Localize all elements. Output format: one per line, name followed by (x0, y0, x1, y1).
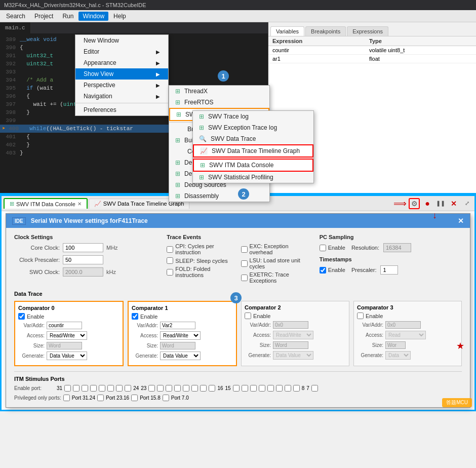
priv-23-16-checkbox[interactable] (97, 395, 104, 401)
ts-enable-checkbox[interactable] (320, 267, 326, 274)
core-clock-row: Core Clock: MHz (14, 243, 156, 252)
submenu-freertos[interactable]: ⊞ FreeRTOS (169, 97, 269, 108)
menu-item-preferences[interactable]: Preferences (75, 104, 168, 115)
comp1-generate-select[interactable]: Data Value (160, 352, 201, 360)
port-16-label: 16 (217, 385, 223, 391)
pause-button[interactable]: ❚❚ (435, 198, 446, 209)
exc-checkbox-row: EXC: Exception overhead (241, 243, 309, 255)
port-18-checkbox[interactable] (191, 385, 198, 392)
submenu-disassembly[interactable]: ⊞ Disassembly (169, 190, 269, 202)
port-24-label: 24 (133, 385, 139, 391)
close-button[interactable]: ✕ (448, 198, 459, 209)
comp2-enable-checkbox[interactable] (245, 313, 251, 319)
port-24-checkbox[interactable] (125, 385, 131, 392)
menu-help[interactable]: Help (109, 12, 130, 21)
comp2-varaddr-input (273, 321, 308, 329)
tab-breakpoints[interactable]: Breakpoints (305, 26, 346, 36)
resolution-input[interactable] (383, 243, 411, 252)
sleep-label: SLEEP: Sleep cycles (175, 258, 227, 264)
fold-checkbox[interactable] (167, 269, 173, 276)
lsu-checkbox[interactable] (241, 260, 248, 267)
port-10-checkbox[interactable] (276, 385, 283, 392)
port-15-checkbox[interactable] (233, 385, 240, 392)
comp1-access-label: Access: (132, 333, 158, 338)
port-27-checkbox[interactable] (99, 385, 105, 392)
comp1-varaddr-input[interactable] (160, 322, 195, 329)
port-14-checkbox[interactable] (242, 385, 248, 392)
clock-prescaler-input[interactable] (63, 255, 103, 264)
menu-search[interactable]: Search (2, 12, 29, 21)
comp0-generate-label: Generate: (18, 353, 45, 359)
menu-item-editor[interactable]: Editor▶ (75, 46, 168, 57)
exetrc-checkbox[interactable] (241, 275, 248, 281)
core-clock-input[interactable] (63, 243, 103, 252)
comp0-enable-checkbox[interactable] (18, 313, 25, 320)
var-name: ar1 (268, 55, 365, 63)
port-19-checkbox[interactable] (183, 385, 189, 392)
comp1-size-label: Size: (132, 343, 158, 348)
dialog-body: Clock Settings Core Clock: MHz Clock Pre… (6, 228, 470, 407)
comp1-access-row: Access: Read/Write (132, 331, 233, 340)
comp0-access-select[interactable]: Read/Write (47, 331, 87, 340)
priv-31-24-checkbox[interactable] (63, 395, 70, 401)
port-8-checkbox[interactable] (293, 385, 300, 392)
priv-15-8-checkbox[interactable] (131, 395, 138, 401)
priv-7-0-label: Port 7.0 (171, 395, 189, 401)
port-9-checkbox[interactable] (285, 385, 291, 392)
comp1-enable-checkbox[interactable] (132, 313, 138, 320)
port-20-checkbox[interactable] (174, 385, 181, 392)
menu-item-perspective[interactable]: Perspective▶ (75, 80, 168, 91)
swo-clock-input[interactable] (63, 267, 103, 277)
port-29-checkbox[interactable] (82, 385, 88, 392)
port-17-checkbox[interactable] (200, 385, 207, 392)
menu-run[interactable]: Run (58, 12, 77, 21)
menu-item-navigation[interactable]: Navigation▶ (75, 91, 168, 102)
port-30-checkbox[interactable] (73, 385, 80, 392)
comp3-generate-row: Generate: Data (357, 351, 458, 360)
menu-window[interactable]: Window (78, 12, 108, 21)
tab-close-btn[interactable]: ✕ (77, 201, 82, 207)
sleep-checkbox[interactable] (167, 257, 173, 264)
comp0-generate-select[interactable]: Data Value (47, 352, 87, 360)
settings-button[interactable]: ⚙ (409, 198, 420, 209)
menu-item-appearance[interactable]: Appearance▶ (75, 57, 168, 68)
port-25-checkbox[interactable] (116, 385, 123, 392)
cpi-checkbox[interactable] (167, 246, 173, 253)
port-22-checkbox[interactable] (157, 385, 164, 392)
menu-item-new-window[interactable]: New Window (75, 35, 168, 46)
comp3-enable-checkbox[interactable] (357, 313, 364, 319)
port-16-checkbox[interactable] (209, 385, 215, 392)
exc-checkbox[interactable] (241, 246, 248, 253)
port-11-checkbox[interactable] (267, 385, 274, 392)
swv-statistical[interactable]: ⊞ SWV Statistical Profiling (193, 172, 313, 183)
port-12-checkbox[interactable] (259, 385, 265, 392)
submenu-threadx[interactable]: ⊞ ThreadX (169, 86, 269, 97)
tab-variables[interactable]: Variables (270, 26, 304, 36)
port-7-checkbox[interactable] (311, 385, 318, 392)
pc-enable-checkbox[interactable] (320, 245, 326, 251)
swv-exception-trace[interactable]: ⊞ SWV Exception Trace log (193, 122, 313, 133)
tab-expressions[interactable]: Expressions (347, 26, 388, 36)
swv-data-trace[interactable]: 🔍 SWV Data Trace (193, 133, 313, 144)
port-31-checkbox[interactable] (64, 385, 71, 392)
dialog-close-button[interactable]: ✕ (458, 217, 464, 225)
menu-project[interactable]: Project (30, 12, 57, 21)
code-tab-main[interactable]: main.c (0, 22, 31, 33)
port-28-checkbox[interactable] (90, 385, 97, 392)
port-26-checkbox[interactable] (107, 385, 114, 392)
swv-trace-log[interactable]: ⊞ SWV Trace log (193, 111, 313, 122)
port-21-checkbox[interactable] (166, 385, 172, 392)
priv-7-0-checkbox[interactable] (163, 395, 169, 401)
record-button[interactable]: ● (422, 198, 433, 209)
swv-timeline-graph[interactable]: 📈 SWV Data Trace Timeline Graph (193, 144, 313, 158)
comp1-access-select[interactable]: Read/Write (160, 331, 201, 340)
prescaler-input[interactable] (380, 265, 398, 275)
comp0-varaddr-input[interactable] (47, 322, 82, 329)
tab-swv-itm[interactable]: ⊞ SWV ITM Data Console ✕ (4, 198, 88, 209)
menu-item-show-view[interactable]: Show View▶ (75, 68, 168, 80)
port-13-checkbox[interactable] (250, 385, 257, 392)
port-23-checkbox[interactable] (148, 385, 155, 392)
expand-button[interactable]: ⤢ (461, 198, 472, 209)
comp0-size-input (47, 342, 82, 349)
swv-itm-console[interactable]: ⊞ SWV ITM Data Console (193, 159, 313, 172)
